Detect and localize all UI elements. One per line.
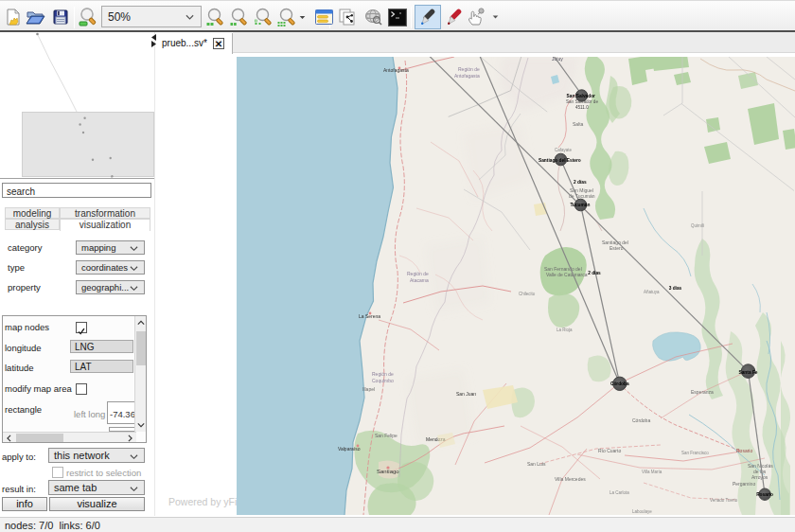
svg-text:4511.0: 4511.0	[575, 105, 589, 110]
svg-text:San Juan: San Juan	[456, 391, 476, 397]
svg-text:Añatuya: Añatuya	[644, 290, 660, 294]
svg-text:Antofagasta: Antofagasta	[454, 73, 480, 79]
svg-text:Santa Fe: Santa Fe	[739, 370, 758, 375]
svg-text:2 días: 2 días	[588, 271, 601, 275]
svg-text:Río Cuarto: Río Cuarto	[598, 448, 621, 453]
svg-text:Región de: Región de	[372, 371, 394, 377]
svg-text:Illapel: Illapel	[362, 386, 375, 392]
svg-text:Pergamino: Pergamino	[733, 481, 755, 487]
svg-text:Esperanza: Esperanza	[691, 389, 714, 395]
svg-text:Santiago del Estero: Santiago del Estero	[539, 158, 581, 163]
svg-text:Cafayate: Cafayate	[555, 148, 573, 152]
svg-text:Salta: Salta	[573, 121, 584, 127]
svg-text:San Luis: San Luis	[527, 461, 546, 467]
svg-text:Valparaíso: Valparaíso	[338, 446, 361, 452]
svg-text:Rosario: Rosario	[756, 492, 773, 497]
svg-text:Córdoba: Córdoba	[632, 417, 650, 423]
svg-text:Región de: Región de	[458, 66, 480, 72]
svg-text:Valle de Catamarca: Valle de Catamarca	[546, 272, 588, 277]
svg-text:3 días: 3 días	[669, 286, 682, 291]
svg-text:Antofagasta: Antofagasta	[383, 67, 409, 73]
svg-text:Arroyos: Arroyos	[751, 474, 768, 480]
svg-text:La Rioja: La Rioja	[556, 328, 573, 332]
svg-text:Santiago: Santiago	[377, 469, 399, 474]
svg-text:San Felipe: San Felipe	[375, 433, 398, 438]
svg-text:Rosario: Rosario	[736, 448, 752, 453]
svg-text:2 días: 2 días	[574, 180, 587, 185]
svg-text:San Francisco: San Francisco	[681, 451, 709, 455]
svg-text:San Salvador: San Salvador	[567, 94, 596, 98]
svg-text:Tucumán: Tucumán	[570, 203, 590, 207]
svg-text:Laboulaye: Laboulaye	[632, 509, 652, 514]
svg-text:Córdoba: Córdoba	[610, 381, 629, 386]
svg-text:Villa María: Villa María	[642, 470, 662, 474]
svg-text:Atacama: Atacama	[410, 277, 429, 283]
svg-text:Chilecito: Chilecito	[519, 292, 536, 296]
svg-text:La Carlota: La Carlota	[610, 490, 629, 495]
svg-text:Región de: Región de	[407, 271, 429, 276]
svg-text:Villa Mercedes: Villa Mercedes	[555, 476, 586, 482]
svg-text:Venado Tuerto: Venado Tuerto	[710, 498, 738, 503]
svg-text:Quimilí: Quimilí	[691, 223, 705, 228]
svg-text:Coquimbo: Coquimbo	[372, 378, 394, 383]
svg-text:La Serena: La Serena	[359, 313, 380, 319]
